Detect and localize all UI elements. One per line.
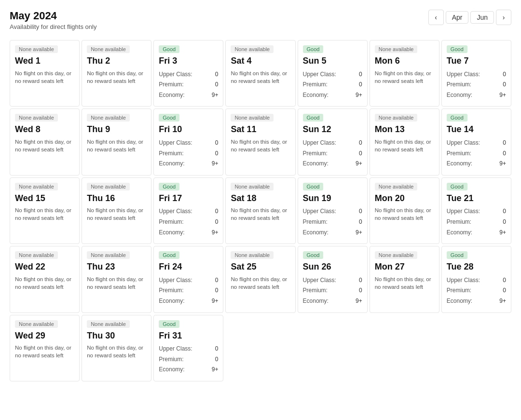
availability-badge: Good: [159, 114, 179, 122]
day-label: Thu 16: [87, 193, 146, 204]
day-label: Wed 29: [15, 331, 74, 341]
day-cell[interactable]: None availableSat 18No flight on this da…: [225, 177, 295, 244]
availability-badge: Good: [303, 45, 324, 53]
economy-row: Economy:9+: [447, 90, 506, 101]
day-cell[interactable]: None availableThu 9No flight on this day…: [82, 108, 151, 175]
upper-class-row: Upper Class:0: [303, 206, 362, 217]
day-cell[interactable]: [225, 315, 295, 381]
economy-label: Economy:: [447, 228, 472, 238]
day-cell[interactable]: GoodSun 19Upper Class:0Premium:0Economy:…: [298, 177, 368, 244]
upper-class-row: Upper Class:0: [159, 69, 218, 80]
day-cell[interactable]: None availableWed 1No flight on this day…: [10, 40, 80, 107]
day-label: Wed 15: [15, 193, 74, 204]
upper-class-count: 0: [215, 138, 219, 149]
availability-badge: Good: [447, 114, 467, 122]
page-header: May 2024 Availability for direct flights…: [10, 10, 511, 30]
premium-row: Premium:0: [447, 285, 506, 296]
economy-count: 9+: [356, 228, 362, 238]
upper-class-label: Upper Class:: [447, 69, 480, 80]
upper-class-row: Upper Class:0: [447, 69, 506, 80]
no-flight-text: No flight on this day, or no reward seat…: [87, 206, 146, 222]
day-cell[interactable]: None availableMon 13No flight on this da…: [370, 108, 439, 175]
availability-badge: None available: [87, 183, 130, 190]
no-flight-text: No flight on this day, or no reward seat…: [231, 206, 290, 222]
day-cell[interactable]: GoodFri 17Upper Class:0Premium:0Economy:…: [153, 177, 223, 244]
upper-class-count: 0: [215, 344, 219, 354]
upper-class-count: 0: [215, 69, 219, 80]
upper-class-count: 0: [215, 206, 219, 217]
next-month-label[interactable]: Jun: [470, 11, 494, 24]
upper-class-row: Upper Class:0: [447, 206, 506, 217]
upper-class-count: 0: [503, 138, 506, 149]
day-cell[interactable]: None availableMon 20No flight on this da…: [370, 177, 439, 244]
day-cell[interactable]: None availableThu 30No flight on this da…: [82, 315, 151, 381]
day-cell[interactable]: GoodFri 3Upper Class:0Premium:0Economy:9…: [153, 40, 223, 107]
economy-label: Economy:: [303, 228, 329, 238]
day-cell[interactable]: [441, 315, 511, 381]
upper-class-row: Upper Class:0: [159, 206, 218, 217]
day-label: Sun 5: [303, 56, 362, 67]
upper-class-row: Upper Class:0: [303, 275, 362, 286]
economy-count: 9+: [499, 90, 506, 101]
premium-count: 0: [215, 149, 219, 159]
day-cell[interactable]: None availableSat 25No flight on this da…: [225, 246, 295, 312]
economy-count: 9+: [356, 296, 362, 307]
premium-label: Premium:: [303, 80, 328, 90]
availability-badge: None available: [15, 320, 58, 328]
economy-label: Economy:: [159, 90, 184, 101]
day-cell[interactable]: GoodFri 10Upper Class:0Premium:0Economy:…: [153, 108, 223, 175]
day-cell[interactable]: None availableWed 22No flight on this da…: [10, 246, 80, 312]
day-label: Sun 19: [303, 193, 362, 204]
economy-label: Economy:: [447, 296, 472, 307]
day-cell[interactable]: None availableThu 2No flight on this day…: [82, 40, 151, 107]
day-cell[interactable]: None availableWed 29No flight on this da…: [10, 315, 80, 381]
day-cell[interactable]: None availableMon 27No flight on this da…: [370, 246, 439, 312]
economy-label: Economy:: [447, 159, 472, 169]
day-cell[interactable]: GoodTue 28Upper Class:0Premium:0Economy:…: [441, 246, 511, 312]
availability-badge: Good: [447, 251, 467, 259]
day-cell[interactable]: GoodFri 31Upper Class:0Premium:0Economy:…: [153, 315, 223, 381]
availability-badge: Good: [303, 183, 324, 190]
premium-row: Premium:0: [303, 285, 362, 296]
no-flight-text: No flight on this day, or no reward seat…: [231, 69, 290, 85]
day-cell[interactable]: GoodTue 14Upper Class:0Premium:0Economy:…: [441, 108, 511, 175]
page-title: May 2024: [10, 10, 96, 22]
day-cell[interactable]: GoodSun 26Upper Class:0Premium:0Economy:…: [298, 246, 368, 312]
no-flight-text: No flight on this day, or no reward seat…: [15, 344, 74, 359]
day-cell[interactable]: [370, 315, 439, 381]
day-cell[interactable]: None availableThu 16No flight on this da…: [82, 177, 151, 244]
day-cell[interactable]: GoodSun 12Upper Class:0Premium:0Economy:…: [298, 108, 368, 175]
day-cell[interactable]: GoodTue 7Upper Class:0Premium:0Economy:9…: [441, 40, 511, 107]
day-cell[interactable]: GoodTue 21Upper Class:0Premium:0Economy:…: [441, 177, 511, 244]
premium-row: Premium:0: [303, 149, 362, 159]
availability-badge: None available: [375, 183, 418, 190]
month-nav: ‹ Apr Jun ›: [428, 10, 511, 25]
availability-badge: Good: [447, 45, 467, 53]
day-label: Thu 30: [87, 331, 146, 341]
day-cell[interactable]: None availableWed 15No flight on this da…: [10, 177, 80, 244]
day-cell[interactable]: GoodFri 24Upper Class:0Premium:0Economy:…: [153, 246, 223, 312]
day-label: Mon 27: [375, 262, 434, 272]
day-cell[interactable]: [298, 315, 368, 381]
premium-row: Premium:0: [303, 80, 362, 90]
economy-row: Economy:9+: [159, 159, 218, 169]
day-cell[interactable]: None availableSat 4No flight on this day…: [225, 40, 295, 107]
day-cell[interactable]: None availableWed 8No flight on this day…: [10, 108, 80, 175]
availability-badge: Good: [159, 320, 179, 328]
day-cell[interactable]: None availableThu 23No flight on this da…: [82, 246, 151, 312]
day-cell[interactable]: None availableSat 11No flight on this da…: [225, 108, 295, 175]
day-cell[interactable]: None availableMon 6No flight on this day…: [370, 40, 439, 107]
day-label: Tue 7: [447, 56, 506, 67]
no-flight-text: No flight on this day, or no reward seat…: [15, 138, 74, 153]
prev-month-label[interactable]: Apr: [446, 11, 469, 24]
no-flight-text: No flight on this day, or no reward seat…: [231, 275, 290, 291]
upper-class-label: Upper Class:: [303, 206, 336, 217]
economy-count: 9+: [212, 365, 219, 375]
day-label: Tue 21: [447, 193, 506, 204]
prev-month-button[interactable]: ‹: [428, 10, 444, 25]
next-month-button[interactable]: ›: [496, 10, 511, 25]
availability-badge: Good: [159, 183, 179, 190]
day-cell[interactable]: GoodSun 5Upper Class:0Premium:0Economy:9…: [298, 40, 368, 107]
economy-row: Economy:9+: [447, 159, 506, 169]
premium-count: 0: [503, 80, 506, 90]
